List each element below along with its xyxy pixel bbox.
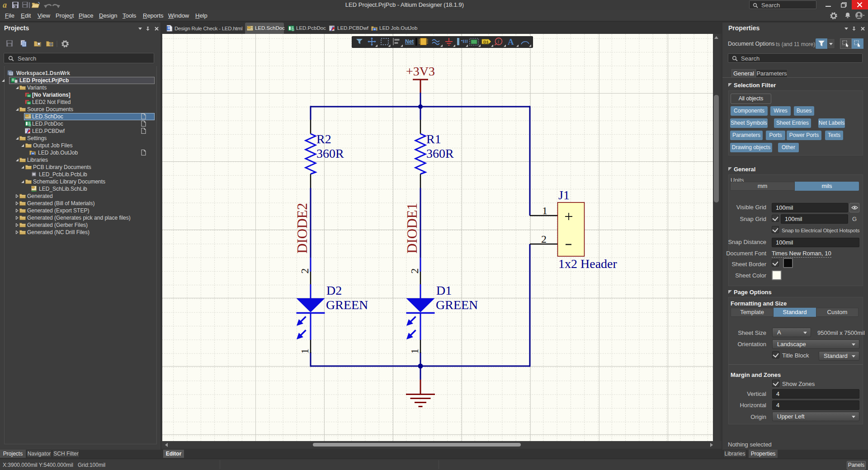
- svg-text:2: 2: [409, 268, 420, 274]
- svg-text:2: 2: [541, 233, 547, 245]
- svg-text:1: 1: [542, 205, 547, 216]
- svg-text:1: 1: [409, 348, 420, 354]
- svg-text:D1: D1: [483, 39, 489, 44]
- svg-text:DIODE2: DIODE2: [294, 203, 310, 254]
- svg-text:R1: R1: [426, 132, 441, 146]
- svg-text:i: i: [498, 38, 499, 45]
- svg-text:GREEN: GREEN: [436, 298, 478, 312]
- svg-text:R2: R2: [316, 132, 331, 146]
- svg-text:2: 2: [299, 268, 311, 274]
- svg-text:GREEN: GREEN: [326, 298, 368, 312]
- svg-text:1x2 Header: 1x2 Header: [558, 257, 618, 271]
- svg-text:1: 1: [299, 348, 311, 354]
- svg-text:D1: D1: [436, 283, 452, 297]
- svg-text:Net: Net: [405, 38, 414, 45]
- svg-text:D2: D2: [326, 283, 342, 297]
- svg-text:360R: 360R: [426, 146, 454, 160]
- svg-text:+3V3: +3V3: [406, 64, 435, 78]
- svg-text:J1: J1: [558, 188, 570, 202]
- svg-text:A: A: [508, 37, 514, 47]
- svg-text:DIODE1: DIODE1: [404, 203, 420, 254]
- svg-text:360R: 360R: [316, 146, 344, 160]
